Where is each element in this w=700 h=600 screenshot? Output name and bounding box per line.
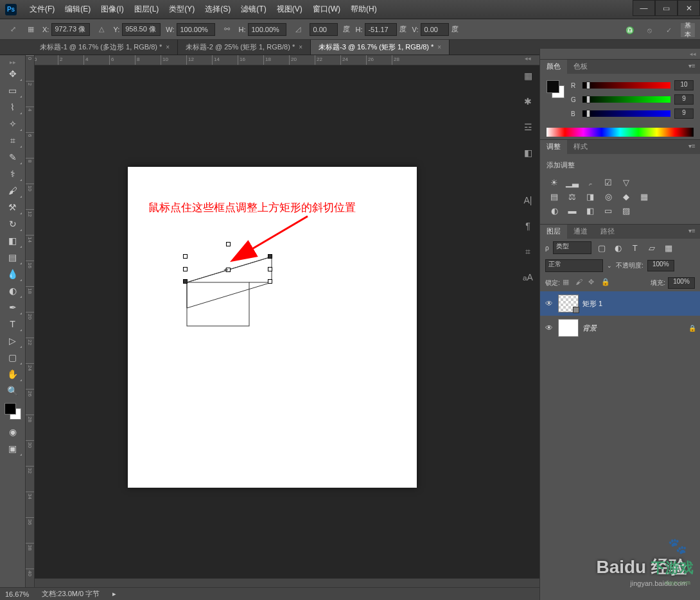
transform-handle[interactable] <box>268 254 272 259</box>
layer-name[interactable]: 矩形 1 <box>582 299 696 309</box>
bw-icon[interactable]: ◨ <box>584 191 597 202</box>
transform-handle[interactable] <box>226 242 231 246</box>
filter-text-icon[interactable]: T <box>629 242 642 253</box>
g-slider[interactable] <box>582 96 670 103</box>
path-select-tool[interactable]: ▷ <box>3 333 22 348</box>
layer-row-shape[interactable]: 👁 矩形 1 <box>540 291 700 316</box>
zoom-value[interactable]: 16.67% <box>5 590 29 598</box>
menu-layer[interactable]: 图层(L) <box>129 1 164 17</box>
menu-image[interactable]: 图像(I) <box>96 1 128 17</box>
brush-panel-icon[interactable]: ✱ <box>519 92 537 110</box>
filter-adj-icon[interactable]: ◐ <box>612 242 625 253</box>
brush-tool[interactable]: 🖌 <box>3 183 22 198</box>
styles-tab[interactable]: 样式 <box>567 140 594 154</box>
history-panel-icon[interactable]: ▦ <box>519 67 537 85</box>
menu-type[interactable]: 类型(Y) <box>164 1 200 17</box>
gradient-tool[interactable]: ▤ <box>3 250 22 265</box>
styles-panel-icon[interactable]: aA <box>519 268 537 286</box>
doc-tab-3[interactable]: 未标题-3 @ 16.7% (矩形 1, RGB/8) *× <box>311 40 450 55</box>
reference-point-icon[interactable]: ▦ <box>24 23 37 36</box>
hue-strip[interactable] <box>547 128 694 137</box>
tab-close-icon[interactable]: × <box>299 44 302 51</box>
ruler-vertical[interactable]: 0246810121416182022242628303234363840 <box>26 55 35 587</box>
h-input[interactable] <box>248 23 286 36</box>
zoom-tool[interactable]: 🔍 <box>3 383 22 399</box>
swap-xy-icon[interactable]: △ <box>95 23 108 36</box>
tab-close-icon[interactable]: × <box>166 44 170 51</box>
foreground-color[interactable] <box>4 403 16 415</box>
color-preview[interactable] <box>547 80 564 98</box>
scrollbar-horizontal[interactable] <box>35 578 539 587</box>
lasso-tool[interactable]: ⌇ <box>3 99 22 115</box>
filter-smart-icon[interactable]: ▦ <box>662 242 675 253</box>
lock-all-icon[interactable]: 🔒 <box>601 278 611 288</box>
transform-handle[interactable] <box>183 254 188 259</box>
tab-close-icon[interactable]: × <box>437 44 441 51</box>
brightness-icon[interactable]: ☀ <box>548 176 561 188</box>
lock-pos-icon[interactable]: ✥ <box>588 278 599 288</box>
menu-select[interactable]: 选择(S) <box>200 1 236 17</box>
cancel-icon[interactable]: ⦸ <box>642 23 656 37</box>
filter-img-icon[interactable]: ▢ <box>595 242 608 253</box>
balance-icon[interactable]: ⚖ <box>566 191 579 202</box>
b-slider[interactable] <box>582 110 670 117</box>
r-value[interactable]: 10 <box>674 80 694 90</box>
y-input[interactable] <box>122 23 161 36</box>
status-arrow-icon[interactable]: ▸ <box>112 590 116 598</box>
transform-tool-icon[interactable]: ⤢ <box>6 23 19 36</box>
hand-tool[interactable]: ✋ <box>3 366 22 382</box>
glyphs-panel-icon[interactable]: ⌗ <box>519 243 537 261</box>
history-brush-tool[interactable]: ↻ <box>3 216 22 232</box>
close-button[interactable]: ✕ <box>678 0 700 16</box>
photo-filter-icon[interactable]: ◎ <box>602 191 615 202</box>
layer-thumbnail[interactable] <box>558 295 579 313</box>
blend-mode-select[interactable]: 正常 <box>545 259 603 272</box>
x-input[interactable] <box>51 23 90 36</box>
exposure-icon[interactable]: ☑ <box>602 176 615 188</box>
adjustments-tab[interactable]: 调整 <box>540 140 567 154</box>
layers-tab[interactable]: 图层 <box>540 225 567 239</box>
opacity-input[interactable]: 100% <box>647 260 674 271</box>
maximize-button[interactable]: ▭ <box>655 0 678 16</box>
transform-handle[interactable] <box>183 267 188 271</box>
g-value[interactable]: 9 <box>674 94 694 105</box>
skew-h-input[interactable] <box>365 23 397 36</box>
workspace-basic[interactable]: 基本 <box>681 23 695 37</box>
curves-icon[interactable]: ⦧ <box>584 176 597 188</box>
vibrance-icon[interactable]: ▽ <box>620 176 633 188</box>
hue-icon[interactable]: ▤ <box>548 191 561 202</box>
channel-mixer-icon[interactable]: ◆ <box>620 191 633 202</box>
panel-menu-icon[interactable]: ▾≡ <box>688 62 697 71</box>
skew-v-input[interactable] <box>421 23 449 36</box>
selective-icon[interactable]: ▨ <box>620 205 633 216</box>
canvas-area[interactable]: 鼠标点住这些框点调整上方矩形的斜切位置 ✦ <box>35 65 539 587</box>
paths-tab[interactable]: 路径 <box>594 225 621 239</box>
menu-file[interactable]: 文件(F) <box>24 1 60 17</box>
layer-name[interactable]: 背景 <box>582 323 685 333</box>
commit-icon[interactable]: ✓ <box>661 23 676 37</box>
lookup-icon[interactable]: ▦ <box>638 191 651 202</box>
layer-thumbnail[interactable] <box>558 319 579 337</box>
channels-tab[interactable]: 通道 <box>567 225 594 239</box>
screenmode-tool[interactable]: ▣ <box>3 441 22 456</box>
doc-tab-2[interactable]: 未标题-2 @ 25% (矩形 1, RGB/8) *× <box>178 40 311 55</box>
panel-menu-icon[interactable]: ▾≡ <box>688 142 697 151</box>
transform-handle[interactable] <box>183 279 188 284</box>
dock-collapse-icon[interactable]: ◂◂ <box>516 55 539 62</box>
visibility-icon[interactable]: 👁 <box>544 323 554 332</box>
stamp-tool[interactable]: ⚒ <box>3 200 22 215</box>
menu-window[interactable]: 窗口(W) <box>308 1 346 17</box>
panel-menu-icon[interactable]: ▾≡ <box>688 227 697 236</box>
magic-wand-tool[interactable]: ✧ <box>3 116 22 132</box>
dock-collapse-icon[interactable]: ◂◂ <box>540 49 700 59</box>
paragraph-panel-icon[interactable]: ¶ <box>519 217 537 235</box>
filter-type-select[interactable]: 类型 <box>553 241 591 254</box>
color-swatches[interactable] <box>4 403 21 420</box>
center-point-icon[interactable]: ✦ <box>223 266 229 275</box>
swatches-tab[interactable]: 色板 <box>567 60 594 74</box>
transform-handle[interactable] <box>268 267 272 271</box>
menu-filter[interactable]: 滤镜(T) <box>236 1 271 17</box>
move-tool[interactable]: ✥ <box>3 66 22 81</box>
warp-icon[interactable]: ♎ <box>623 23 637 37</box>
properties-panel-icon[interactable]: ◧ <box>519 144 537 162</box>
